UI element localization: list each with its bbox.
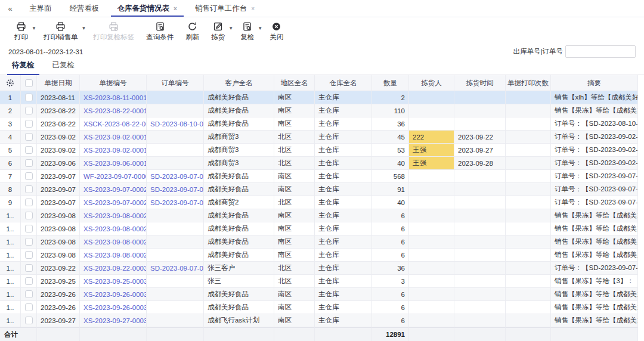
row-checkbox[interactable] [21, 222, 37, 235]
checkbox[interactable] [25, 225, 33, 232]
checkbox[interactable] [25, 303, 33, 311]
row-checkbox[interactable] [21, 117, 37, 131]
table-row[interactable]: 1..2023-09-22XS-2023-09-22-00030SD-2023-… [0, 262, 638, 275]
doc-number-link[interactable]: XS-2023-09-08-00024 [80, 209, 147, 222]
print-sales-order-dropdown-icon[interactable]: ▼ [81, 21, 86, 31]
order-number-link[interactable]: SD-2023-09-07-00017 [147, 183, 204, 196]
column-settings-gear-icon[interactable] [0, 75, 21, 91]
col-quantity[interactable]: 数量 [372, 75, 409, 91]
row-checkbox[interactable] [21, 262, 37, 275]
doc-number-link[interactable]: XS-2023-09-02-00017 [80, 144, 147, 157]
table-row[interactable]: 1..2023-09-25XS-2023-09-25-00031张三北区主仓库3… [0, 275, 638, 288]
print-sales-order-button[interactable]: 打印销售单 [38, 21, 84, 42]
row-checkbox[interactable] [21, 209, 37, 222]
doc-number-link[interactable]: XS-2023-08-11-00013 [80, 91, 147, 104]
doc-number-link[interactable]: XS-2023-09-08-00026 [80, 235, 147, 249]
order-number-link[interactable]: SD-2023-09-07-00005 [147, 262, 204, 275]
checkbox[interactable] [25, 107, 33, 114]
col-customer-name[interactable]: 客户全名 [204, 75, 274, 91]
table-row[interactable]: 42023-09-02XS-2023-09-02-00016成都商贸3北区主仓库… [0, 131, 638, 144]
doc-number-link[interactable]: XS-2023-09-26-00032 [80, 288, 147, 301]
table-row[interactable]: 72023-09-07WF-2023-09-07-00003SD-2023-09… [0, 170, 638, 183]
table-row[interactable]: 1..2023-09-26XS-2023-09-26-00032成都美好食品南区… [0, 288, 638, 301]
row-checkbox[interactable] [21, 249, 37, 262]
row-checkbox[interactable] [21, 288, 37, 301]
checkbox[interactable] [25, 146, 33, 154]
table-row[interactable]: 62023-09-06XS-2023-09-06-00018成都商贸3北区主仓库… [0, 157, 638, 170]
order-number-link[interactable]: SD-2023-08-10-00002 [147, 117, 204, 131]
doc-number-link[interactable]: XS-2023-09-07-00023 [80, 196, 147, 209]
row-checkbox[interactable] [21, 196, 37, 209]
doc-number-link[interactable]: XS-2023-09-07-00022 [80, 183, 147, 196]
tab-warehouse-stock-report[interactable]: 仓库备货情况表 × [109, 0, 186, 17]
row-checkbox[interactable] [21, 183, 37, 196]
table-row[interactable]: 92023-09-07XS-2023-09-07-00023SD-2023-09… [0, 196, 638, 209]
checkbox[interactable] [25, 277, 33, 285]
table-row[interactable]: 32023-08-22XSCK-2023-08-22-00001SD-2023-… [0, 117, 638, 131]
checkbox[interactable] [25, 199, 33, 206]
table-row[interactable]: 1..2023-09-08XS-2023-09-08-00027成都美好食品南区… [0, 249, 638, 262]
doc-number-link[interactable]: WF-2023-09-07-00003 [80, 170, 147, 183]
row-checkbox[interactable] [21, 144, 37, 157]
table-row[interactable]: 12023-08-11XS-2023-08-11-00013成都美好食品南区主仓… [0, 91, 638, 104]
table-row[interactable]: 1..2023-09-08XS-2023-09-08-00026成都美好食品南区… [0, 235, 638, 249]
checkbox[interactable] [25, 120, 33, 128]
recheck-button[interactable]: 复检 [234, 21, 260, 42]
close-tab-icon[interactable]: × [251, 5, 255, 12]
table-row[interactable]: 1..2023-09-26XS-2023-09-26-00033成都美好食品南区… [0, 301, 638, 314]
col-doc-date[interactable]: 单据日期 [37, 75, 80, 91]
pick-goods-dropdown-icon[interactable]: ▼ [228, 21, 233, 31]
table-row[interactable]: 1..2023-09-08XS-2023-09-08-00025成都美好食品南区… [0, 222, 638, 235]
checkbox[interactable] [25, 317, 33, 324]
checkbox[interactable] [25, 94, 33, 101]
row-checkbox[interactable] [21, 235, 37, 249]
order-number-search-input[interactable] [565, 45, 636, 58]
col-warehouse-name[interactable]: 仓库全名 [315, 75, 372, 91]
doc-number-link[interactable]: XS-2023-09-08-00027 [80, 249, 147, 262]
checkbox[interactable] [25, 172, 33, 180]
table-row[interactable]: 1..2023-09-08XS-2023-09-08-00024成都美好食品南区… [0, 209, 638, 222]
doc-number-link[interactable]: XS-2023-09-22-00030 [80, 262, 147, 275]
date-range-filter[interactable]: 2023-08-01--2023-12-31 [8, 48, 83, 55]
order-number-link[interactable]: SD-2023-09-07-00009 [147, 170, 204, 183]
doc-number-link[interactable]: XS-2023-09-26-00033 [80, 301, 147, 314]
row-checkbox[interactable] [21, 131, 37, 144]
col-picker[interactable]: 拣货人 [409, 75, 454, 91]
print-dropdown-icon[interactable]: ▼ [32, 21, 36, 31]
recheck-dropdown-icon[interactable]: ▼ [258, 21, 262, 31]
select-all-checkbox[interactable] [21, 75, 37, 91]
tab-business-dashboard[interactable]: 经营看板 [61, 0, 109, 17]
tab-pending-recheck[interactable]: 待复检 [11, 60, 36, 75]
row-checkbox[interactable] [21, 170, 37, 183]
row-checkbox[interactable] [21, 301, 37, 314]
print-recheck-label-button[interactable]: 打印复检标签 [87, 21, 140, 42]
tab-sales-order-workbench[interactable]: 销售订单工作台 × [186, 0, 264, 17]
col-print-count[interactable]: 单据打印次数 [506, 75, 551, 91]
checkbox[interactable] [25, 159, 33, 167]
refresh-button[interactable]: 刷新 [179, 21, 205, 42]
checkbox[interactable] [25, 212, 33, 219]
table-row[interactable]: 52023-09-02XS-2023-09-02-00017成都商贸3北区主仓库… [0, 144, 638, 157]
col-summary[interactable]: 摘要 [551, 75, 638, 91]
row-checkbox[interactable] [21, 91, 37, 104]
doc-number-link[interactable]: XS-2023-09-06-00018 [80, 157, 147, 170]
close-button[interactable]: 关闭 [264, 21, 289, 42]
table-row[interactable]: 22023-08-22XS-2023-08-22-00014成都美好食品南区主仓… [0, 104, 638, 117]
doc-number-link[interactable]: XSCK-2023-08-22-00001 [80, 117, 147, 131]
row-checkbox[interactable] [21, 104, 37, 117]
doc-number-link[interactable]: XS-2023-09-02-00016 [80, 131, 147, 144]
tab-main-screen[interactable]: 主界面 [20, 0, 61, 17]
row-checkbox[interactable] [21, 314, 37, 327]
query-conditions-button[interactable]: 查询条件 [140, 21, 179, 42]
checkbox[interactable] [25, 185, 33, 193]
row-checkbox[interactable] [21, 275, 37, 288]
print-button[interactable]: 打印 [8, 21, 34, 42]
checkbox[interactable] [25, 290, 33, 298]
table-row[interactable]: 1..2023-09-27XS-2023-09-27-00034成都飞行ask计… [0, 314, 638, 327]
collapse-sidebar-icon[interactable]: « [0, 0, 20, 17]
table-row[interactable]: 82023-09-07XS-2023-09-07-00022SD-2023-09… [0, 183, 638, 196]
close-tab-icon[interactable]: × [174, 5, 177, 12]
checkbox[interactable] [25, 264, 33, 272]
tab-rechecked[interactable]: 已复检 [51, 60, 76, 75]
row-checkbox[interactable] [21, 157, 37, 170]
